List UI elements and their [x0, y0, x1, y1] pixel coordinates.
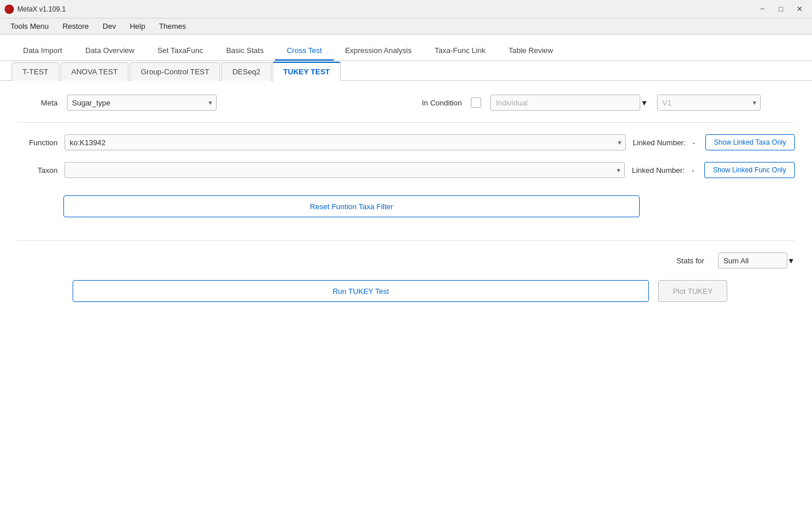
linked-number-taxon-value: - [692, 166, 697, 175]
divider-2 [17, 240, 795, 241]
stats-select-wrapper: Sum All ▼ [718, 252, 795, 269]
tab-cross-test[interactable]: Cross Test [275, 41, 333, 61]
sub-tab-anova-test[interactable]: ANOVA TEST [61, 62, 129, 81]
reset-button[interactable]: Reset Funtion Taxa Filter [63, 195, 640, 217]
taxon-label: Taxon [17, 166, 58, 175]
show-linked-taxa-button[interactable]: Show Linked Taxa Only [705, 134, 795, 150]
meta-select-wrapper: Sugar_type ▼ [67, 95, 217, 111]
tab-data-import[interactable]: Data Import [12, 41, 74, 61]
in-condition-label: In Condition [422, 99, 462, 107]
divider-1 [17, 122, 795, 123]
tab-table-review[interactable]: Table Review [497, 41, 564, 61]
function-label: Function [17, 138, 58, 147]
function-row: Function ko:K13942 ▼ Linked Number: - Sh… [17, 134, 795, 150]
sub-tab-t-test[interactable]: T-TEST [12, 62, 59, 81]
panel-content: Meta Sugar_type ▼ In Condition Individua… [0, 81, 812, 525]
stats-for-label: Stats for [677, 256, 704, 265]
linked-number-function-label: Linked Number: [633, 138, 686, 147]
sub-tabs: T-TEST ANOVA TEST Group-Control TEST DES… [0, 61, 812, 81]
linked-number-function-value: - [693, 138, 698, 147]
stats-for-row: Stats for Sum All ▼ [17, 252, 795, 269]
stats-dropdown-arrow: ▼ [787, 256, 795, 265]
titlebar-controls: − □ ✕ [754, 3, 807, 15]
minimize-button[interactable]: − [754, 3, 771, 15]
in-condition-checkbox[interactable] [471, 97, 481, 108]
sub-tab-deseq2[interactable]: DESeq2 [221, 62, 271, 81]
top-tabs: Data Import Data Overview Set TaxaFunc B… [0, 35, 812, 61]
plot-tukey-button: Plot TUKEY [658, 280, 727, 302]
function-select[interactable]: ko:K13942 [65, 134, 626, 150]
condition-dropdown-arrow: ▼ [640, 99, 648, 107]
condition-select-wrapper: Individual ▼ [490, 95, 648, 111]
tab-basic-stats[interactable]: Basic Stats [214, 41, 275, 61]
menu-themes[interactable]: Themes [153, 21, 192, 32]
v1-select-wrapper: V1 ▼ [657, 95, 761, 111]
meta-label: Meta [17, 99, 58, 107]
condition-select[interactable]: Individual [490, 95, 640, 111]
taxon-row: Taxon ▼ Linked Number: - Show Linked Fun… [17, 162, 795, 178]
sub-tab-group-control-test[interactable]: Group-Control TEST [130, 62, 220, 81]
menu-tools[interactable]: Tools Menu [5, 21, 54, 32]
reset-section: Reset Funtion Taxa Filter [63, 190, 795, 223]
tab-expression-analysis[interactable]: Expression Analysis [334, 41, 424, 61]
menu-help[interactable]: Help [124, 21, 151, 32]
taxon-select[interactable] [65, 162, 625, 178]
app-icon [5, 5, 14, 14]
taxon-select-wrapper: ▼ [65, 162, 625, 178]
run-row: Run TUKEY Test Plot TUKEY [17, 280, 795, 302]
meta-select[interactable]: Sugar_type [67, 95, 217, 111]
linked-number-taxon-label: Linked Number: [632, 166, 685, 175]
menu-dev[interactable]: Dev [97, 21, 122, 32]
titlebar-left: MetaX v1.109.1 [5, 5, 66, 14]
menu-restore[interactable]: Restore [56, 21, 95, 32]
maximize-button[interactable]: □ [773, 3, 789, 15]
meta-condition-row: Meta Sugar_type ▼ In Condition Individua… [17, 95, 795, 111]
function-select-wrapper: ko:K13942 ▼ [65, 134, 626, 150]
run-tukey-button[interactable]: Run TUKEY Test [73, 280, 649, 302]
tab-set-taxafunc[interactable]: Set TaxaFunc [146, 41, 214, 61]
stats-select[interactable]: Sum All [718, 252, 787, 269]
app-title: MetaX v1.109.1 [17, 5, 66, 13]
sub-tab-tukey-test[interactable]: TUKEY TEST [273, 62, 341, 81]
show-linked-func-button[interactable]: Show Linked Func Only [704, 162, 795, 178]
menubar: Tools Menu Restore Dev Help Themes [0, 18, 812, 35]
tab-taxa-func-link[interactable]: Taxa-Func Link [423, 41, 497, 61]
tab-data-overview[interactable]: Data Overview [74, 41, 146, 61]
close-button[interactable]: ✕ [791, 3, 807, 15]
titlebar: MetaX v1.109.1 − □ ✕ [0, 0, 812, 18]
v1-select[interactable]: V1 [657, 95, 761, 111]
main-content: Data Import Data Overview Set TaxaFunc B… [0, 35, 812, 525]
